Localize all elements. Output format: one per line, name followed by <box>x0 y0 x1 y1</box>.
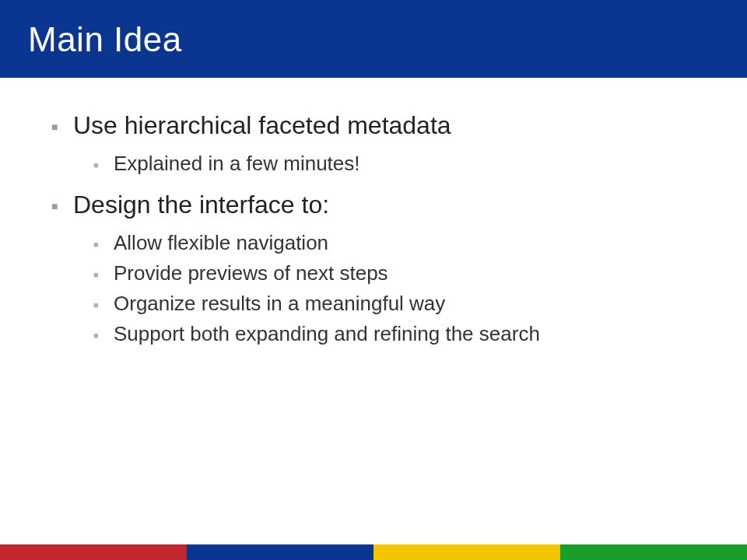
sub-bullet-item: Support both expanding and refining the … <box>87 319 700 349</box>
bullet-text: Provide previews of next steps <box>114 261 388 285</box>
bullet-text: Use hierarchical faceted metadata <box>73 111 451 139</box>
slide-content: Use hierarchical faceted metadata Explai… <box>0 78 747 349</box>
bullet-text: Allow flexible navigation <box>114 231 328 254</box>
bullet-list-level2: Allow flexible navigation Provide previe… <box>73 228 700 349</box>
slide-title: Main Idea <box>28 20 747 59</box>
bullet-item: Use hierarchical faceted metadata Explai… <box>47 109 700 179</box>
bullet-text: Organize results in a meaningful way <box>114 292 445 315</box>
stripe-yellow <box>374 544 560 560</box>
bullet-text: Design the interface to: <box>73 191 329 219</box>
stripe-red <box>0 544 187 560</box>
sub-bullet-item: Explained in a few minutes! <box>87 149 700 179</box>
footer-stripe <box>0 544 747 560</box>
bullet-item: Design the interface to: Allow flexible … <box>47 188 700 349</box>
stripe-green <box>560 544 747 560</box>
bullet-text: Explained in a few minutes! <box>114 152 360 175</box>
title-bar: Main Idea <box>0 0 747 78</box>
slide: Main Idea Use hierarchical faceted metad… <box>0 0 747 560</box>
sub-bullet-item: Organize results in a meaningful way <box>87 289 700 319</box>
bullet-list-level1: Use hierarchical faceted metadata Explai… <box>47 109 700 349</box>
stripe-blue <box>187 544 374 560</box>
sub-bullet-item: Allow flexible navigation <box>87 228 700 258</box>
sub-bullet-item: Provide previews of next steps <box>87 258 700 289</box>
bullet-list-level2: Explained in a few minutes! <box>73 149 700 179</box>
bullet-text: Support both expanding and refining the … <box>114 322 540 345</box>
